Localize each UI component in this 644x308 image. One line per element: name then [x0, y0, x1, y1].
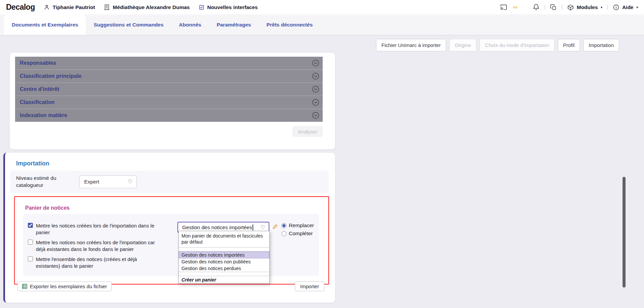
niveau-panel: Niveau estimé du catalogueur Expert ♡: [10, 170, 329, 193]
accordion-section-label: Responsables: [20, 60, 56, 66]
cast-icon[interactable]: [500, 4, 507, 11]
modules-label: Modules: [577, 4, 598, 10]
main-tabs: Documents et Exemplaires Suggestions et …: [0, 14, 644, 35]
checkbox-notices-creees[interactable]: [28, 223, 33, 228]
edit-pencil-icon[interactable]: ✎: [272, 223, 278, 231]
tab-prets-deconnectes[interactable]: Prêts déconnectés: [259, 14, 320, 35]
checkbox-ensemble-notices[interactable]: [28, 256, 33, 261]
panier-title: Panier de notices: [25, 205, 70, 211]
new-interfaces-label: Nouvelles interfaces: [207, 4, 258, 10]
dropdown-option-gestion-non-publiees[interactable]: Gestion des notices non publiées: [179, 258, 269, 265]
radio-row-completer: Compléter: [281, 230, 314, 237]
radio-label: Compléter: [289, 230, 313, 237]
tab-documents-et-exemplaires[interactable]: Documents et Exemplaires: [4, 14, 86, 35]
radio-completer[interactable]: [281, 231, 286, 236]
accordion-section-centre-interet[interactable]: Centre d'intérêt: [15, 83, 323, 96]
importation-card: Importation Niveau estimé du catalogueur…: [3, 153, 335, 303]
profil-card: Responsables Classification principale C…: [10, 53, 335, 149]
duplicate-window-icon[interactable]: [550, 4, 557, 11]
checkbox-checked-icon: [199, 4, 205, 10]
mode-radios: Remplacer Compléter: [281, 222, 314, 237]
screen: Decalog Tiphanie Pautriot Médiathèque Al…: [0, 0, 644, 308]
radio-label: Remplacer: [289, 222, 314, 228]
accordion-section-label: Classification principale: [20, 73, 82, 79]
dropdown-option-default[interactable]: Mon panier de documents et fascicules pa…: [179, 231, 269, 247]
panier-options: Mettre les notices créées lors de l'impo…: [28, 222, 161, 269]
export-label: Exporter les exemplaires du fichier: [30, 284, 107, 289]
new-interfaces-toggle[interactable]: Nouvelles interfaces: [199, 4, 258, 10]
dropdown-icon: ♡: [128, 178, 132, 185]
text-cursor: [253, 224, 253, 230]
library-name: Médiathèque Alexandre Dumas: [113, 4, 190, 10]
niveau-select[interactable]: Expert ♡: [79, 175, 137, 188]
dropdown-option-gestion-perdues[interactable]: Gestion des notices perdues: [179, 265, 269, 272]
spreadsheet-icon: [22, 284, 27, 289]
step-fichier-unimarc-button[interactable]: Fichier Unimarc à importer: [376, 39, 446, 51]
vertical-scrollbar-thumb[interactable]: [623, 177, 626, 288]
checkbox-row-notices-creees: Mettre les notices créées lors de l'impo…: [28, 222, 161, 236]
tab-abonnes[interactable]: Abonnés: [171, 14, 209, 35]
importation-title: Importation: [16, 160, 49, 167]
accordion-section-indexation-matiere[interactable]: Indexation matière: [15, 109, 323, 122]
info-icon: [613, 4, 620, 11]
chevron-down-circle-icon: [312, 59, 319, 67]
dropdown-icon: ♡: [261, 224, 265, 230]
chevron-down-circle-icon: [312, 99, 319, 106]
step-importation-button[interactable]: Importation: [583, 39, 619, 51]
niveau-label: Niveau estimé du catalogueur: [16, 175, 79, 188]
package-icon: [567, 4, 574, 11]
radio-row-remplacer: Remplacer: [281, 222, 314, 228]
chevron-down-circle-icon: [312, 112, 319, 119]
chevron-down-circle-icon: [312, 86, 319, 93]
caret-down-icon: ▾: [601, 6, 602, 9]
step-origine-button[interactable]: Origine: [449, 39, 476, 51]
building-icon: [104, 4, 110, 10]
radio-remplacer[interactable]: [281, 223, 286, 228]
step-choix-mode-importation-button[interactable]: Choix du mode d'importation: [480, 39, 554, 51]
library-menu[interactable]: Médiathèque Alexandre Dumas: [104, 4, 190, 10]
checkbox-label: Mettre les notices créées lors de l'impo…: [36, 222, 161, 236]
user-menu[interactable]: Tiphanie Pautriot: [44, 4, 95, 10]
panier-panel: Mettre les notices créées lors de l'impo…: [23, 214, 319, 276]
divider: [545, 5, 545, 10]
topbar: Decalog Tiphanie Pautriot Médiathèque Al…: [0, 0, 644, 14]
dropdown-create-panier[interactable]: Créer un panier: [179, 276, 269, 284]
checkbox-label: Mettre l'ensemble des notices (créées et…: [36, 256, 161, 269]
caret-down-icon: ▾: [636, 6, 638, 9]
accordion-section-label: Classification: [20, 99, 55, 105]
divider: [562, 5, 562, 10]
checkbox-label: Mettre les notices non créées lors de l'…: [36, 239, 161, 252]
tab-suggestions-et-commandes[interactable]: Suggestions et Commandes: [86, 14, 171, 35]
analyser-button[interactable]: Analyser: [293, 126, 322, 137]
panier-dropdown-list: Mon panier de documents et fascicules pa…: [178, 231, 270, 284]
wizard-steps: Fichier Unimarc à importer Origine Choix…: [376, 39, 619, 51]
modules-menu[interactable]: Modules ▾: [567, 4, 602, 11]
accordion-section-responsables[interactable]: Responsables: [15, 57, 323, 69]
checkbox-row-ensemble-notices: Mettre l'ensemble des notices (créées et…: [28, 256, 161, 269]
panier-de-notices-section: Panier de notices Mettre les notices cré…: [14, 196, 329, 285]
panier-combobox-value: Gestion des notices importées: [182, 224, 252, 230]
importer-button[interactable]: Importer: [295, 281, 324, 291]
user-name: Tiphanie Pautriot: [53, 4, 95, 10]
tab-parametrages[interactable]: Paramétrages: [209, 14, 259, 35]
divider: [607, 5, 608, 10]
aide-label: Aide: [622, 4, 634, 10]
aide-menu[interactable]: Aide ▾: [613, 4, 638, 11]
dropdown-separator: [179, 272, 269, 276]
topbar-actions: Modules ▾ Aide ▾: [500, 4, 638, 11]
dropdown-separator: [179, 247, 269, 252]
export-exemplaires-button[interactable]: Exporter les exemplaires du fichier: [17, 281, 112, 291]
dropdown-option-gestion-importees[interactable]: Gestion des notices importées: [179, 252, 269, 258]
accordion-section-classification-principale[interactable]: Classification principale: [15, 70, 323, 83]
accordion-section-label: Centre d'intérêt: [20, 86, 59, 92]
notifications-bell-icon[interactable]: [533, 4, 540, 11]
app-logo[interactable]: Decalog: [6, 3, 35, 12]
chevron-down-circle-icon: [312, 72, 319, 80]
accordion-section-label: Indexation matière: [20, 112, 67, 118]
accordion-section-classification[interactable]: Classification: [15, 96, 323, 109]
checkbox-row-notices-non-creees: Mettre les notices non créées lors de l'…: [28, 239, 161, 252]
step-profil-button[interactable]: Profil: [558, 39, 580, 51]
checkbox-notices-non-creees[interactable]: [28, 240, 33, 245]
accordion: Responsables Classification principale C…: [15, 57, 323, 122]
assistance-beacon-icon[interactable]: [512, 4, 518, 10]
